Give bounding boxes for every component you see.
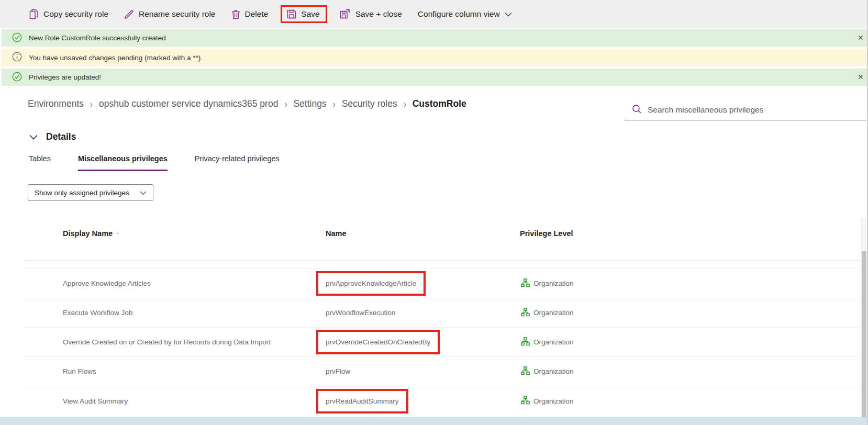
search-box <box>625 100 866 120</box>
horizontal-scrollbar[interactable] <box>0 417 867 425</box>
vertical-scrollbar[interactable] <box>861 218 867 417</box>
privilege-level-value: Organization <box>533 397 574 405</box>
display-name-cell: Execute Workflow Job <box>63 298 314 327</box>
banner-text: New Role CustomRole successfully created <box>29 34 166 42</box>
command-bar: Copy security role Rename security role … <box>0 0 867 28</box>
delete-label: Delete <box>245 9 269 19</box>
name-cell: prvOverrideCreatedOnCreatedBy <box>326 328 514 356</box>
organization-icon <box>521 308 530 318</box>
privilege-level-value: Organization <box>533 367 574 375</box>
table-row[interactable]: Approve Knowledge Articles prvApproveKno… <box>24 269 860 298</box>
display-name-cell: Override Created on or Created by for Re… <box>63 328 314 356</box>
save-icon <box>287 9 296 19</box>
search-icon <box>632 104 642 116</box>
breadcrumb-chevron-icon: › <box>284 98 287 109</box>
security-role-editor-window: Copy security role Rename security role … <box>0 0 868 425</box>
table-header: Display Name↑ Name Privilege Level <box>24 225 860 261</box>
details-section-toggle[interactable]: Details <box>29 131 76 142</box>
save-close-button[interactable]: Save + close <box>340 9 402 19</box>
chevron-down-icon <box>505 12 512 17</box>
display-name-cell: Run Flows <box>63 357 314 386</box>
privilege-tabs: Tables Miscellaneous privileges Privacy-… <box>29 154 280 171</box>
organization-icon <box>521 337 530 348</box>
name-value: prvFlow <box>326 366 350 376</box>
name-value: prvWorkflowExecution <box>326 308 395 318</box>
save-close-label: Save + close <box>355 9 402 19</box>
save-label: Save <box>301 9 319 19</box>
chevron-down-icon <box>140 189 147 197</box>
name-cell: prvApproveKnowledgeArticle <box>326 269 514 298</box>
close-icon[interactable]: ✕ <box>858 33 868 42</box>
banner-text: Privileges are updated! <box>29 73 101 81</box>
breadcrumb-chevron-icon: › <box>90 98 93 109</box>
table-row[interactable]: View Audit Summary prvReadAuditSummary O… <box>24 386 860 416</box>
save-button[interactable]: Save <box>287 9 319 19</box>
save-close-icon <box>340 9 351 19</box>
info-icon <box>12 52 22 63</box>
breadcrumb-chevron-icon: › <box>333 98 336 109</box>
name-value-annotated: prvReadAuditSummary <box>316 389 408 413</box>
banner-role-created: New Role CustomRole successfully created… <box>2 29 867 47</box>
name-cell: prvReadAuditSummary <box>326 386 514 416</box>
rename-security-role-button[interactable]: Rename security role <box>124 9 215 19</box>
search-input[interactable] <box>648 105 866 115</box>
privilege-level-cell[interactable]: Organization <box>521 269 574 298</box>
trash-icon <box>231 9 240 19</box>
breadcrumb-security-roles[interactable]: Security roles <box>342 98 397 109</box>
copy-label: Copy security role <box>43 9 108 19</box>
pencil-icon <box>124 9 134 19</box>
organization-icon <box>521 278 530 289</box>
display-name-cell: View Audit Summary <box>63 386 314 416</box>
configure-label: Configure column view <box>418 9 500 19</box>
save-annotation-box: Save <box>281 5 327 23</box>
breadcrumb-chevron-icon: › <box>404 98 406 109</box>
name-cell: prvFlow <box>326 357 514 386</box>
breadcrumb-settings[interactable]: Settings <box>293 98 326 109</box>
dropdown-value: Show only assigned privileges <box>35 189 140 197</box>
banner-privileges-updated: Privileges are updated! ✕ <box>2 69 867 86</box>
tab-tables[interactable]: Tables <box>29 154 51 171</box>
organization-icon <box>521 396 530 406</box>
banner-text: You have unsaved changes pending (marked… <box>29 54 203 62</box>
breadcrumb-environments[interactable]: Environments <box>28 98 84 109</box>
privilege-level-value: Organization <box>533 279 574 287</box>
configure-column-view-button[interactable]: Configure column view <box>418 9 512 19</box>
close-icon[interactable]: ✕ <box>858 73 868 81</box>
privilege-level-cell[interactable]: Organization <box>521 328 574 356</box>
name-cell: prvWorkflowExecution <box>326 298 514 327</box>
column-header-name[interactable]: Name <box>326 229 347 238</box>
table-row[interactable]: Override Created on or Created by for Re… <box>24 328 860 357</box>
breadcrumb: Environments › opshub customer service d… <box>28 98 466 109</box>
tab-privacy-related-privileges[interactable]: Privacy-related privileges <box>195 154 280 171</box>
success-check-icon <box>12 32 22 44</box>
privilege-level-value: Organization <box>533 309 574 317</box>
delete-button[interactable]: Delete <box>231 9 269 19</box>
vertical-scrollbar-thumb[interactable] <box>862 251 866 418</box>
privilege-level-cell[interactable]: Organization <box>521 357 574 386</box>
table-row[interactable]: Execute Workflow Job prvWorkflowExecutio… <box>24 298 860 328</box>
organization-icon <box>521 366 530 377</box>
details-label: Details <box>46 131 76 142</box>
privilege-level-cell[interactable]: Organization <box>521 298 574 327</box>
banner-unsaved-changes: You have unsaved changes pending (marked… <box>2 49 867 66</box>
column-header-privilege-level[interactable]: Privilege Level <box>520 229 573 238</box>
name-value-annotated: prvOverrideCreatedOnCreatedBy <box>316 330 440 354</box>
column-header-display-name[interactable]: Display Name↑ <box>63 229 120 238</box>
sort-ascending-icon: ↑ <box>116 230 120 238</box>
privilege-level-cell[interactable]: Organization <box>521 386 574 416</box>
assigned-privileges-dropdown[interactable]: Show only assigned privileges <box>28 184 153 201</box>
table-row[interactable]: Run Flows prvFlow Organization <box>24 357 860 386</box>
success-check-icon <box>12 72 22 83</box>
name-value-annotated: prvApproveKnowledgeArticle <box>316 271 426 296</box>
tab-miscellaneous-privileges[interactable]: Miscellaneous privileges <box>78 154 168 171</box>
table-header-spacer <box>24 261 860 269</box>
display-name-cell: Approve Knowledge Articles <box>63 269 314 298</box>
copy-security-role-button[interactable]: Copy security role <box>29 9 108 19</box>
breadcrumb-environment-name[interactable]: opshub customer service dynamics365 prod <box>99 98 278 109</box>
chevron-down-icon <box>29 131 38 142</box>
copy-icon <box>29 9 39 19</box>
privilege-level-value: Organization <box>533 338 574 346</box>
breadcrumb-current-role: CustomRole <box>413 98 466 109</box>
rename-label: Rename security role <box>139 9 215 19</box>
